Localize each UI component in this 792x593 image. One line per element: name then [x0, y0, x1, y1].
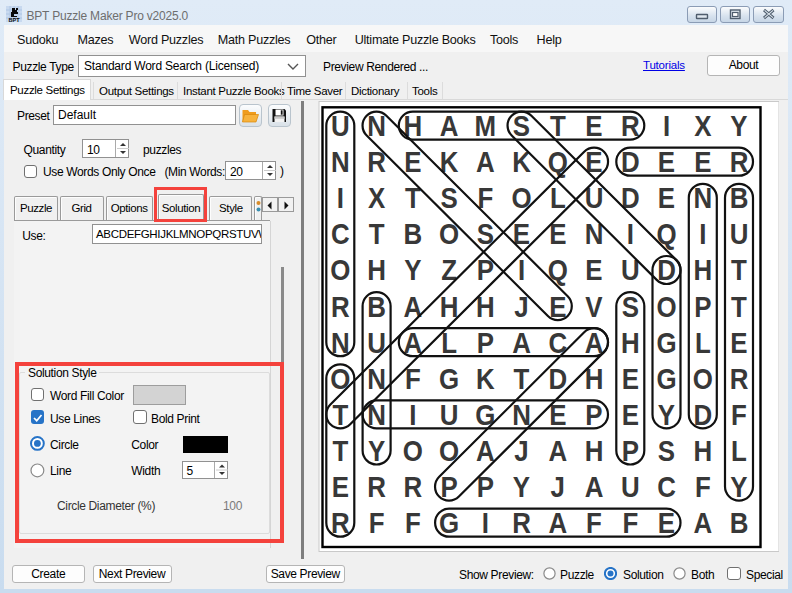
svg-text:H: H [693, 434, 712, 467]
svg-text:R: R [730, 362, 749, 395]
svg-text:H: H [621, 326, 640, 359]
svg-text:BPT: BPT [9, 17, 21, 23]
svg-text:D: D [621, 181, 640, 214]
svg-text:F: F [731, 398, 747, 431]
svg-text:T: T [332, 434, 348, 467]
svg-text:L: L [695, 326, 711, 359]
svg-text:O: O [403, 434, 423, 467]
svg-text:P: P [477, 326, 494, 359]
svg-text:E: E [622, 362, 639, 395]
svg-text:C: C [548, 326, 567, 359]
svg-text:G: G [656, 326, 676, 359]
svg-text:X: X [368, 181, 386, 214]
svg-text:F: F [405, 506, 421, 539]
svg-text:O: O [330, 253, 350, 286]
svg-text:Y: Y [513, 470, 531, 503]
svg-text:I: I [627, 217, 634, 250]
svg-text:X: X [694, 109, 712, 142]
svg-text:A: A [548, 506, 567, 539]
svg-text:T: T [369, 217, 385, 250]
svg-text:B: B [730, 506, 749, 539]
svg-text:A: A [403, 289, 422, 322]
svg-text:H: H [585, 434, 604, 467]
svg-text:K: K [440, 145, 459, 178]
svg-text:A: A [512, 326, 531, 359]
svg-text:T: T [731, 253, 747, 286]
svg-text:N: N [331, 145, 350, 178]
svg-text:G: G [656, 362, 676, 395]
svg-text:S: S [658, 434, 675, 467]
svg-text:M: M [475, 109, 497, 142]
svg-text:E: E [622, 398, 639, 431]
svg-text:R: R [512, 506, 531, 539]
svg-text:H: H [367, 253, 386, 286]
svg-text:K: K [476, 362, 495, 395]
svg-text:I: I [482, 506, 489, 539]
svg-text:E: E [658, 145, 675, 178]
svg-text:A: A [585, 470, 604, 503]
svg-text:V: V [585, 289, 603, 322]
svg-text:A: A [476, 145, 495, 178]
svg-text:C: C [657, 470, 676, 503]
svg-text:I: I [337, 181, 344, 214]
svg-text:R: R [331, 289, 350, 322]
svg-text:I: I [518, 253, 525, 286]
svg-text:E: E [730, 326, 747, 359]
svg-text:O: O [693, 362, 713, 395]
svg-text:T: T [731, 289, 747, 322]
svg-text:O: O [656, 289, 676, 322]
svg-text:E: E [585, 253, 602, 286]
svg-text:R: R [403, 470, 422, 503]
svg-text:A: A [548, 434, 567, 467]
svg-text:J: J [551, 470, 565, 503]
svg-text:E: E [694, 145, 711, 178]
svg-text:I: I [699, 217, 706, 250]
svg-text:B: B [403, 217, 422, 250]
svg-text:C: C [331, 217, 350, 250]
svg-text:O: O [511, 181, 531, 214]
svg-text:I: I [409, 398, 416, 431]
svg-text:S: S [513, 109, 530, 142]
svg-text:A: A [693, 506, 712, 539]
svg-text:L: L [731, 434, 747, 467]
svg-text:Y: Y [404, 253, 422, 286]
svg-text:U: U [730, 217, 749, 250]
svg-text:F: F [622, 506, 638, 539]
svg-text:E: E [332, 470, 349, 503]
svg-text:H: H [693, 253, 712, 286]
svg-text:Y: Y [730, 109, 748, 142]
svg-text:R: R [367, 470, 386, 503]
svg-text:E: E [404, 145, 421, 178]
svg-text:Q: Q [548, 253, 568, 286]
svg-text:G: G [439, 362, 459, 395]
svg-text:S: S [440, 181, 457, 214]
svg-text:E: E [658, 181, 675, 214]
svg-text:F: F [586, 506, 602, 539]
svg-text:U: U [440, 398, 459, 431]
svg-text:S: S [622, 289, 639, 322]
svg-text:F: F [369, 506, 385, 539]
svg-text:A: A [440, 109, 459, 142]
svg-text:I: I [663, 109, 670, 142]
svg-text:F: F [695, 470, 711, 503]
svg-text:E: E [585, 109, 602, 142]
svg-text:Q: Q [656, 217, 676, 250]
svg-text:U: U [621, 470, 640, 503]
svg-text:U: U [367, 326, 386, 359]
svg-text:P: P [694, 289, 711, 322]
svg-text:O: O [439, 434, 459, 467]
svg-text:O: O [439, 217, 459, 250]
svg-text:G: G [475, 398, 495, 431]
